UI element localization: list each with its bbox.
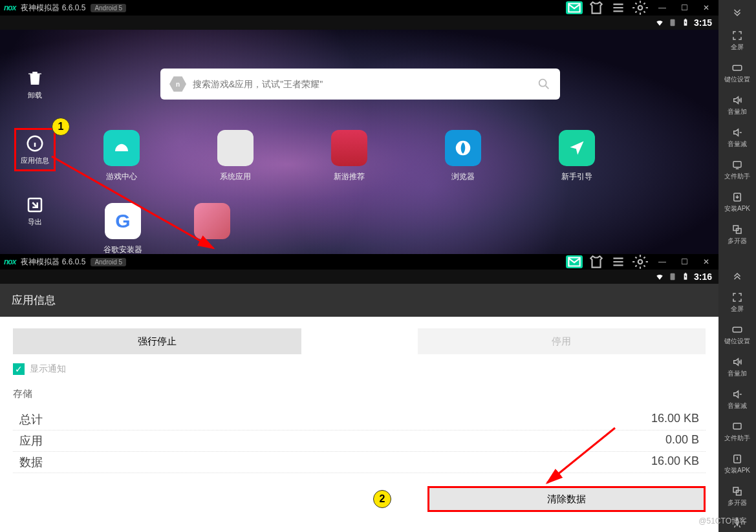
app-label: 系统应用 xyxy=(220,171,251,182)
app-label: 游戏中心 xyxy=(106,171,137,182)
battery-icon xyxy=(681,18,690,27)
svg-point-8 xyxy=(638,260,643,264)
svg-rect-9 xyxy=(670,273,675,281)
maximize-icon[interactable]: ☐ xyxy=(676,255,693,268)
app-label: 新手引导 xyxy=(561,171,592,182)
side-uninstall[interactable]: 卸载 xyxy=(14,69,56,100)
settings-icon[interactable] xyxy=(632,1,649,14)
search-bar[interactable]: n xyxy=(160,69,560,100)
battery-icon xyxy=(681,272,690,281)
rtool-voldown[interactable]: 音量减 xyxy=(721,124,753,151)
platform-tag: Android 5 xyxy=(91,258,126,266)
info-icon xyxy=(25,134,45,153)
svg-rect-13 xyxy=(733,65,742,70)
home-screen: 1 卸载 应用信息 导出 n 游戏中心 系统应用 新游推荐 xyxy=(0,30,718,254)
watermark: @51CTO博客 xyxy=(698,516,747,527)
rtool-multi-2[interactable]: 多开器 xyxy=(721,483,753,510)
close-icon[interactable]: ✕ xyxy=(698,1,715,14)
wifi-icon xyxy=(655,272,664,281)
rtool-filehelper-2[interactable]: 文件助手 xyxy=(721,418,753,445)
nox-logo: nox xyxy=(4,257,16,266)
nox-logo: nox xyxy=(4,3,16,12)
app-game-unknown[interactable] xyxy=(194,203,230,254)
svg-rect-3 xyxy=(685,19,686,19)
clock: 3:15 xyxy=(694,17,712,28)
check-icon: ✓ xyxy=(13,363,25,375)
rtool-fullscreen[interactable]: 全屏 xyxy=(721,27,753,54)
sim-icon xyxy=(668,18,677,27)
app-gamecenter[interactable]: 游戏中心 xyxy=(103,130,140,182)
side-export[interactable]: 导出 xyxy=(14,195,56,227)
rtool-volup[interactable]: 音量加 xyxy=(721,92,753,119)
rtool-fullscreen-2[interactable]: 全屏 xyxy=(721,289,753,316)
app-guide[interactable]: 新手引导 xyxy=(559,130,595,182)
app-google-installer[interactable]: G谷歌安装器 xyxy=(103,203,142,254)
close-icon[interactable]: ✕ xyxy=(698,255,715,268)
minimize-icon[interactable]: — xyxy=(654,255,671,268)
side-label: 卸载 xyxy=(28,90,42,100)
storage-header: 存储 xyxy=(13,388,706,400)
rtool-filehelper[interactable]: 文件助手 xyxy=(721,156,753,184)
rtool-volup-2[interactable]: 音量加 xyxy=(721,354,753,381)
storage-data-row: 数据16.00 KB xyxy=(13,452,706,473)
app-label: 谷歌安装器 xyxy=(103,244,142,254)
app-title: 夜神模拟器 6.6.0.5 xyxy=(21,3,85,14)
rtool-keymap-2[interactable]: 键位设置 xyxy=(721,321,753,348)
storage-app-row: 应用0.00 B xyxy=(13,431,706,452)
android-statusbar-1: 3:15 xyxy=(0,16,718,30)
app-label: 浏览器 xyxy=(451,171,475,182)
app-system[interactable]: 系统应用 xyxy=(217,130,254,182)
disable-button[interactable]: 停用 xyxy=(418,328,706,354)
nox-hex-icon: n xyxy=(169,76,186,92)
maximize-icon[interactable]: ☐ xyxy=(676,1,693,14)
tshirt-icon[interactable] xyxy=(588,255,605,268)
search-input[interactable] xyxy=(193,79,530,89)
trash-icon xyxy=(25,69,45,88)
tshirt-icon[interactable] xyxy=(588,1,605,14)
app-label: 新游推荐 xyxy=(334,171,365,182)
wifi-icon xyxy=(655,18,664,27)
rtool-collapse-2[interactable] xyxy=(721,267,753,284)
android-statusbar-2: 3:16 xyxy=(0,270,718,284)
appinfo-title: 应用信息 xyxy=(0,284,718,317)
rtool-installapk[interactable]: 安装APK xyxy=(721,189,753,216)
mail-icon[interactable] xyxy=(566,255,583,268)
search-icon[interactable] xyxy=(537,77,551,91)
clock: 3:16 xyxy=(694,271,712,282)
app-title: 夜神模拟器 6.6.0.5 xyxy=(21,257,85,268)
svg-rect-11 xyxy=(685,273,686,273)
emulator-right-toolbar: 全屏 键位设置 音量加 音量减 文件助手 安装APK 多开器 全屏 键位设置 音… xyxy=(718,0,756,532)
sim-icon xyxy=(668,272,677,281)
annotation-badge-2: 2 xyxy=(373,490,391,508)
clear-data-button[interactable]: 清除数据 xyxy=(427,486,706,512)
svg-rect-19 xyxy=(733,423,741,429)
svg-rect-1 xyxy=(670,19,675,27)
annotation-badge-1: 1 xyxy=(52,118,70,136)
platform-tag: Android 5 xyxy=(91,4,126,12)
app-browser[interactable]: 浏览器 xyxy=(445,130,481,182)
appinfo-screen: 应用信息 强行停止 停用 ✓ 显示通知 存储 总计16.00 KB 应用0.00… xyxy=(0,284,718,532)
side-label: 应用信息 xyxy=(21,156,49,165)
rtool-installapk-2[interactable]: 安装APK xyxy=(721,451,753,478)
rtool-voldown-2[interactable]: 音量减 xyxy=(721,386,753,413)
app-row-2: G谷歌安装器 xyxy=(103,203,693,254)
app-row-1: 游戏中心 系统应用 新游推荐 浏览器 新手引导 xyxy=(103,130,693,182)
svg-point-6 xyxy=(539,80,546,87)
side-label: 导出 xyxy=(28,217,42,227)
menu-icon[interactable] xyxy=(610,1,627,14)
svg-point-0 xyxy=(638,6,643,10)
force-stop-button[interactable]: 强行停止 xyxy=(13,328,301,354)
apk-export-icon xyxy=(25,195,45,215)
titlebar-1: nox 夜神模拟器 6.6.0.5 Android 5 — ☐ ✕ xyxy=(0,0,718,16)
app-newgames[interactable]: 新游推荐 xyxy=(331,130,367,182)
rtool-multi[interactable]: 多开器 xyxy=(721,221,753,248)
menu-icon[interactable] xyxy=(610,255,627,268)
settings-icon[interactable] xyxy=(632,255,649,268)
svg-rect-18 xyxy=(733,327,742,332)
side-appinfo[interactable]: 应用信息 xyxy=(14,128,56,171)
show-notifications-checkbox[interactable]: ✓ 显示通知 xyxy=(13,363,706,375)
minimize-icon[interactable]: — xyxy=(654,1,671,14)
rtool-keymap[interactable]: 键位设置 xyxy=(721,59,753,87)
mail-icon[interactable] xyxy=(566,1,583,14)
rtool-collapse[interactable] xyxy=(721,5,753,22)
